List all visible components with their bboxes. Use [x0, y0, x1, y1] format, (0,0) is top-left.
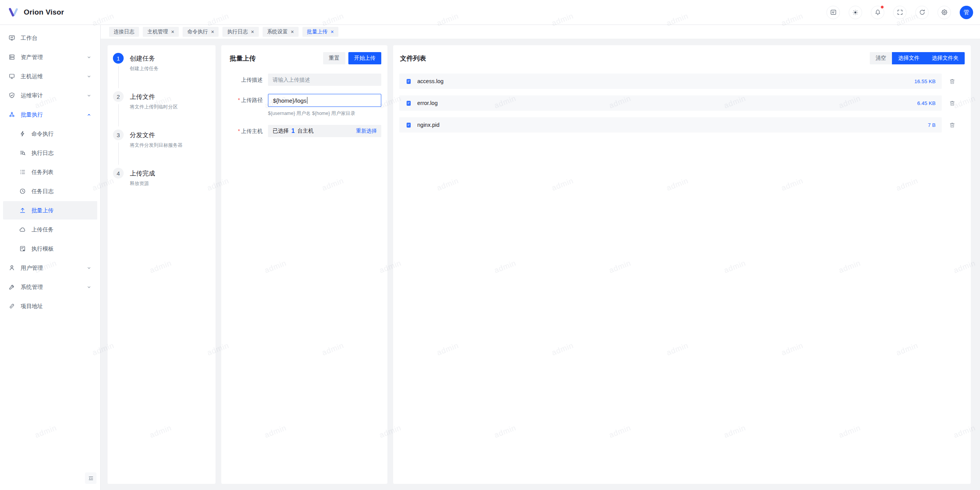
- upload-path-input[interactable]: ${home}/logs: [268, 94, 381, 107]
- tab-label: 连接日志: [114, 28, 134, 35]
- tab-label: 系统设置: [267, 28, 288, 35]
- app-logo-icon: [8, 7, 19, 18]
- form-panel-title: 批量上传: [230, 54, 256, 63]
- file-row-wrapper: error.log6.45 KB: [399, 95, 965, 111]
- wizard-step[interactable]: 4上传完成释放资源: [113, 168, 206, 206]
- wizard-step[interactable]: 3分发文件将文件分发到目标服务器: [113, 129, 206, 168]
- sidebar-item-label: 用户管理: [21, 264, 81, 272]
- theme-icon: [852, 9, 859, 16]
- sidebar-item[interactable]: 任务日志: [3, 182, 97, 200]
- select-files-button[interactable]: 选择文件: [892, 52, 926, 64]
- sidebar-collapse-button[interactable]: [85, 472, 96, 484]
- link-icon: [8, 303, 15, 310]
- upload-steps-panel: 1创建任务创建上传任务2上传文件将文件上传到临时分区3分发文件将文件分发到目标服…: [108, 45, 216, 484]
- assets-icon: [8, 54, 15, 61]
- clear-files-button[interactable]: 清空: [870, 52, 892, 64]
- step-title: 创建任务: [130, 53, 206, 64]
- delete-file-button[interactable]: [949, 78, 956, 85]
- sidebar-item[interactable]: 系统管理: [3, 278, 97, 296]
- code-icon: [830, 9, 837, 16]
- reset-button[interactable]: 重置: [323, 52, 345, 64]
- delete-file-button[interactable]: [949, 122, 956, 128]
- file-name: nginx.pid: [417, 122, 923, 128]
- sidebar-item[interactable]: 工作台: [3, 29, 97, 47]
- refresh-button[interactable]: [915, 6, 929, 19]
- sidebar-item[interactable]: 主机运维: [3, 67, 97, 85]
- notification-badge: [880, 5, 884, 9]
- upload-desc-input[interactable]: [268, 74, 381, 86]
- fullscreen-button[interactable]: [893, 6, 906, 19]
- tab-close-icon[interactable]: ×: [251, 29, 254, 34]
- chevron-down-icon: [86, 74, 92, 79]
- theme-button[interactable]: [849, 6, 862, 19]
- tab[interactable]: 执行日志×: [222, 27, 258, 37]
- file-row: nginx.pid7 B: [399, 117, 942, 133]
- file-size: 7 B: [928, 122, 936, 128]
- code-button[interactable]: [826, 6, 840, 19]
- sidebar-item[interactable]: 执行日志: [3, 144, 97, 162]
- start-upload-button[interactable]: 开始上传: [348, 52, 381, 64]
- file-row: access.log16.55 KB: [399, 74, 942, 89]
- file-list-panel: 文件列表 清空 选择文件 选择文件夹 access.log16.55 KBerr…: [393, 45, 971, 484]
- tab[interactable]: 连接日志: [109, 27, 139, 37]
- file-doc-icon: [405, 78, 412, 85]
- file-row: error.log6.45 KB: [399, 95, 942, 111]
- sidebar-item[interactable]: 命令执行: [3, 125, 97, 143]
- user-avatar[interactable]: 管: [960, 6, 973, 19]
- sidebar-item-label: 执行日志: [31, 149, 92, 157]
- tab[interactable]: 命令执行×: [183, 27, 219, 37]
- step-title: 分发文件: [130, 129, 206, 140]
- sidebar-item[interactable]: 任务列表: [3, 163, 97, 181]
- sidebar-item-label: 执行模板: [31, 245, 92, 252]
- sidebar-item[interactable]: 资产管理: [3, 48, 97, 66]
- sidebar-item[interactable]: 批量执行: [3, 105, 97, 124]
- sidebar-item-label: 任务日志: [31, 188, 92, 195]
- step-connector: [118, 143, 119, 165]
- wizard-step[interactable]: 2上传文件将文件上传到临时分区: [113, 91, 206, 129]
- sidebar-item[interactable]: 项目地址: [3, 297, 97, 315]
- selected-hosts-suffix: 台主机: [297, 128, 314, 134]
- file-doc-icon: [405, 100, 412, 107]
- upload-hosts-row: *上传主机 已选择 1 台主机 重新选择: [227, 125, 381, 137]
- sidebar-item[interactable]: 上传任务: [3, 220, 97, 239]
- sidebar-item[interactable]: 用户管理: [3, 259, 97, 277]
- delete-file-button[interactable]: [949, 100, 956, 107]
- system-icon: [8, 284, 15, 290]
- chevron-down-icon: [86, 93, 92, 98]
- sidebar-item-label: 命令执行: [31, 130, 92, 138]
- sidebar-item[interactable]: 运维审计: [3, 86, 97, 105]
- required-asterisk: *: [238, 128, 240, 134]
- file-name: error.log: [417, 100, 912, 106]
- file-row-wrapper: nginx.pid7 B: [399, 117, 965, 133]
- tab-close-icon[interactable]: ×: [291, 29, 294, 34]
- sidebar: 工作台资产管理主机运维运维审计批量执行命令执行执行日志任务列表任务日志批量上传上…: [0, 25, 101, 490]
- tab-close-icon[interactable]: ×: [211, 29, 214, 34]
- select-folder-button[interactable]: 选择文件夹: [926, 52, 965, 64]
- upload-icon: [19, 207, 26, 214]
- reselect-hosts-link[interactable]: 重新选择: [356, 128, 377, 134]
- sidebar-item-label: 任务列表: [31, 169, 92, 176]
- file-size: 6.45 KB: [917, 100, 936, 106]
- text-caret: [307, 97, 308, 104]
- sidebar-item[interactable]: 执行模板: [3, 239, 97, 258]
- exec-log-icon: [19, 149, 26, 156]
- tab[interactable]: 批量上传×: [302, 27, 338, 37]
- batch-exec-icon: [8, 111, 15, 118]
- sidebar-item-label: 批量执行: [21, 111, 81, 118]
- step-connector: [118, 104, 119, 126]
- tab-close-icon[interactable]: ×: [331, 29, 334, 34]
- wizard-step[interactable]: 1创建任务创建上传任务: [113, 53, 206, 91]
- sidebar-item[interactable]: 批量上传: [3, 201, 97, 220]
- tab-close-icon[interactable]: ×: [171, 29, 174, 34]
- tab[interactable]: 主机管理×: [143, 27, 179, 37]
- tab[interactable]: 系统设置×: [263, 27, 299, 37]
- sidebar-item-label: 资产管理: [21, 54, 81, 61]
- selected-hosts-count: 1: [291, 128, 295, 134]
- settings-button[interactable]: [938, 6, 951, 19]
- notifications-button[interactable]: [871, 6, 884, 19]
- upload-path-row: *上传路径 ${home}/logs ${username} 用户名 ${hom…: [227, 94, 381, 117]
- upload-desc-row: 上传描述: [227, 74, 381, 86]
- step-title: 上传完成: [130, 168, 206, 179]
- step-description: 释放资源: [130, 180, 206, 187]
- upload-desc-label: 上传描述: [227, 74, 263, 86]
